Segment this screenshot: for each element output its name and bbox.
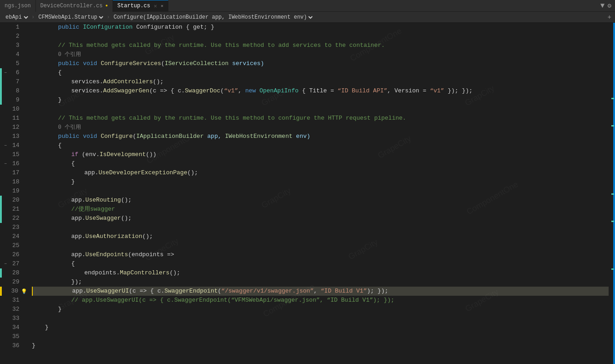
margin-row: 26 xyxy=(0,250,27,259)
fold-icon xyxy=(2,105,9,114)
line-number: 28 xyxy=(9,268,22,278)
tab-ngs-json[interactable]: ngs.json xyxy=(0,0,36,12)
fold-icon xyxy=(2,250,9,259)
code-area[interactable]: GrapCityComponentOneGrapeCityGrapCityGra… xyxy=(27,23,609,364)
margin-row: 36 xyxy=(0,341,27,350)
line-number: 16 xyxy=(9,159,22,168)
code-line[interactable]: } xyxy=(32,323,609,332)
code-line[interactable]: }); xyxy=(32,278,609,287)
code-line[interactable]: { xyxy=(32,141,609,150)
code-line[interactable]: app.UseDeveloperExceptionPage(); xyxy=(32,168,609,177)
fold-icon xyxy=(2,86,9,96)
code-line[interactable] xyxy=(32,332,609,341)
lightbulb-icon xyxy=(22,314,27,323)
code-line[interactable] xyxy=(32,241,609,250)
code-line[interactable]: public void Configure(IApplicationBuilde… xyxy=(32,132,609,141)
margin-row: 29 xyxy=(0,278,27,287)
fold-icon[interactable]: − xyxy=(2,159,9,168)
token: 0 个引用 xyxy=(58,123,81,132)
fold-icon xyxy=(2,187,9,196)
lightbulb-icon xyxy=(22,341,27,350)
add-button[interactable]: + xyxy=(608,14,611,21)
margin-row: 4 xyxy=(0,50,27,59)
token: IsDevelopment xyxy=(100,150,146,159)
code-line[interactable] xyxy=(32,314,609,323)
code-line[interactable] xyxy=(32,187,609,196)
code-line[interactable]: { xyxy=(32,259,609,268)
code-line[interactable] xyxy=(32,223,609,232)
nav-bar-right: + xyxy=(608,14,611,21)
code-line[interactable]: { xyxy=(32,68,609,77)
margin-row: 19 xyxy=(0,187,27,196)
code-line[interactable]: app.UseEndpoints(endpoints => xyxy=(32,250,609,259)
code-line[interactable]: app.UseSwaggerUI(c => { c.SwaggerEndpoin… xyxy=(32,287,609,296)
class-selector[interactable]: CFMSWebApi.Startup xyxy=(36,14,105,21)
code-line[interactable]: } xyxy=(32,96,609,105)
dropdown-arrow-icon[interactable]: ⯆ xyxy=(600,3,605,9)
code-line[interactable]: 0 个引用 xyxy=(32,50,609,59)
margin-row: 28 xyxy=(0,268,27,278)
token: { Title = xyxy=(299,86,338,96)
code-line[interactable]: // app.UseSwaggerUI(c => { c.SwaggerEndp… xyxy=(32,296,609,305)
fold-icon xyxy=(2,287,9,296)
minimap-area[interactable] xyxy=(609,23,615,364)
code-line[interactable]: services.AddControllers(); xyxy=(32,77,609,86)
tab-bar-right: ⯆ ⚙ xyxy=(600,2,615,10)
code-line[interactable]: 0 个引用 xyxy=(32,123,609,132)
margin-row: 17 xyxy=(0,168,27,177)
code-line[interactable]: } xyxy=(32,341,609,350)
code-line[interactable]: // This method gets called by the runtim… xyxy=(32,114,609,123)
lightbulb-icon xyxy=(22,250,27,259)
code-line[interactable]: app.UseRouting(); xyxy=(32,196,609,205)
margin-row: 8 xyxy=(0,86,27,96)
margin-row: 2 xyxy=(0,32,27,41)
tab-startup-cs[interactable]: Startup.cs ✕ ✕ xyxy=(113,0,168,12)
line-number: 5 xyxy=(9,59,22,68)
code-line[interactable]: if (env.IsDevelopment()) xyxy=(32,150,609,159)
scope-selector[interactable]: ebApi xyxy=(4,14,30,21)
line-number: 9 xyxy=(9,96,22,105)
code-line[interactable]: //使用swagger xyxy=(32,205,609,214)
settings-icon[interactable]: ⚙ xyxy=(608,2,611,10)
tab-device-controller[interactable]: DeviceController.cs ● xyxy=(36,0,113,12)
line-number: 34 xyxy=(9,323,22,332)
code-line[interactable]: } xyxy=(32,305,609,314)
tab-bar: ngs.json DeviceController.cs ● Startup.c… xyxy=(0,0,615,12)
token: (c => { c. xyxy=(149,86,185,96)
fold-icon[interactable]: − xyxy=(2,141,9,150)
margin-row: 24 xyxy=(0,232,27,241)
token: app. xyxy=(72,287,86,296)
token: app. xyxy=(71,232,85,241)
code-line[interactable]: services.AddSwaggerGen(c => { c.SwaggerD… xyxy=(32,86,609,96)
fold-icon xyxy=(2,77,9,86)
close-button[interactable]: ✕ xyxy=(161,3,163,9)
code-line[interactable]: endpoints.MapControllers(); xyxy=(32,268,609,278)
margin-row: 32 xyxy=(0,305,27,314)
code-line[interactable]: app.UseAuthorization(); xyxy=(32,232,609,241)
fold-icon[interactable]: − xyxy=(2,259,9,268)
member-selector[interactable]: Configure(IApplicationBuilder app, IWebH… xyxy=(112,14,314,21)
code-line[interactable] xyxy=(32,32,609,41)
margin-row: 10 xyxy=(0,105,27,114)
token: // This method gets called by the runtim… xyxy=(58,114,407,123)
token: public xyxy=(58,59,83,68)
lightbulb-icon[interactable]: 💡 xyxy=(21,287,27,296)
token: services. xyxy=(71,77,103,86)
line-number: 23 xyxy=(9,223,22,232)
lightbulb-icon xyxy=(22,68,27,77)
code-line[interactable]: { xyxy=(32,159,609,168)
fold-icon xyxy=(2,341,9,350)
code-line[interactable]: app.UseSwagger(); xyxy=(32,214,609,223)
fold-icon[interactable]: − xyxy=(2,68,9,77)
lightbulb-icon xyxy=(22,268,27,278)
code-line[interactable]: public IConfiguration Configuration { ge… xyxy=(32,23,609,32)
code-line[interactable]: } xyxy=(32,177,609,187)
code-line[interactable]: // This method gets called by the runtim… xyxy=(32,41,609,50)
lightbulb-icon xyxy=(22,223,27,232)
line-number: 32 xyxy=(9,305,22,314)
margin-row: −27 xyxy=(0,259,27,268)
code-line[interactable]: public void ConfigureServices(IServiceCo… xyxy=(32,59,609,68)
token: , xyxy=(314,287,321,296)
lightbulb-icon xyxy=(22,177,27,187)
code-line[interactable] xyxy=(32,105,609,114)
